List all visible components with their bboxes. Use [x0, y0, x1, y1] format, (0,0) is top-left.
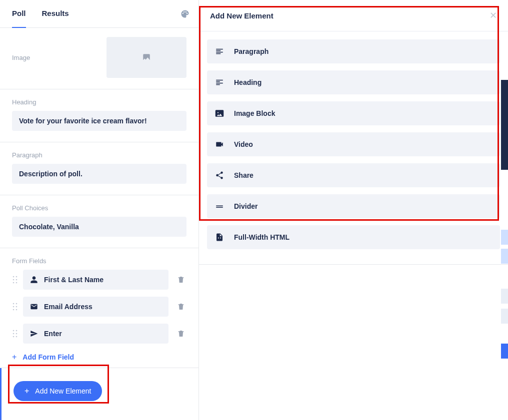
paragraph-value-box[interactable]: Description of poll. — [12, 164, 186, 184]
svg-point-15 — [16, 333, 18, 335]
form-field-pill[interactable]: Enter — [23, 324, 168, 344]
envelope-icon — [30, 303, 38, 311]
svg-point-10 — [13, 309, 14, 311]
trash-icon[interactable] — [176, 303, 186, 311]
heading-value: Vote for your favorite ice cream flavor! — [19, 117, 147, 125]
divider-icon — [215, 202, 224, 211]
svg-point-7 — [16, 303, 18, 305]
form-field-row: First & Last Name — [12, 270, 186, 290]
svg-point-9 — [16, 306, 18, 308]
element-option-label: Video — [234, 140, 253, 148]
add-new-element-label: Add New Element — [35, 387, 91, 395]
right-panel: Add New Element ✕ Paragraph Heading Imag… — [199, 0, 508, 420]
svg-point-1 — [16, 276, 18, 278]
element-option[interactable]: Divider — [207, 194, 500, 218]
svg-point-17 — [16, 336, 18, 338]
form-field-pill[interactable]: First & Last Name — [23, 270, 168, 290]
add-element-modal: Add New Element ✕ Paragraph Heading Imag… — [199, 0, 508, 265]
person-icon — [30, 276, 38, 284]
section-image: Image — [0, 28, 198, 89]
drag-handle-icon[interactable] — [12, 303, 18, 311]
poll-choices-value: Chocolate, Vanilla — [19, 223, 79, 231]
form-field-label: Email Address — [44, 303, 92, 311]
left-editor-panel: Poll Results Image Heading Vote for your… — [0, 0, 199, 420]
section-label-image: Image — [12, 54, 30, 61]
element-option[interactable]: Image Block — [207, 101, 500, 125]
element-option[interactable]: Paragraph — [207, 39, 500, 63]
video-icon — [215, 140, 224, 149]
svg-point-4 — [13, 282, 14, 284]
trash-icon[interactable] — [176, 330, 186, 338]
tab-results[interactable]: Results — [42, 0, 69, 28]
element-option-label: Image Block — [234, 109, 275, 117]
form-field-row: Enter — [12, 324, 186, 344]
tabs-row: Poll Results — [0, 0, 198, 28]
svg-point-2 — [13, 279, 14, 281]
tab-results-label: Results — [42, 9, 69, 17]
element-option-label: Divider — [234, 202, 258, 210]
svg-point-13 — [16, 330, 18, 332]
section-paragraph: Paragraph Description of poll. — [0, 142, 198, 195]
paragraph-value: Description of poll. — [19, 170, 82, 178]
send-icon — [30, 330, 38, 338]
add-element-section: + Add New Element — [0, 368, 198, 420]
element-list: Paragraph Heading Image Block Video Shar… — [199, 31, 508, 264]
element-option[interactable]: Heading — [207, 70, 500, 94]
add-form-field-link[interactable]: + Add Form Field — [12, 353, 74, 362]
form-field-label: Enter — [44, 330, 62, 338]
svg-point-0 — [13, 276, 14, 278]
section-label-paragraph: Paragraph — [12, 151, 186, 159]
section-label-heading: Heading — [12, 98, 186, 106]
section-poll-choices: Poll Choices Chocolate, Vanilla — [0, 195, 198, 248]
html-icon — [215, 233, 224, 242]
element-option-label: Share — [234, 171, 254, 179]
heading-align-icon — [215, 78, 224, 87]
svg-point-6 — [13, 303, 14, 305]
element-option-label: Paragraph — [234, 47, 268, 55]
svg-point-11 — [16, 309, 18, 311]
preview-edge — [499, 0, 508, 420]
image-placeholder[interactable] — [106, 37, 186, 78]
svg-point-14 — [13, 333, 14, 335]
trash-icon[interactable] — [176, 276, 186, 284]
close-icon[interactable]: ✕ — [490, 10, 497, 21]
form-field-label: First & Last Name — [44, 276, 104, 284]
element-option[interactable]: Share — [207, 163, 500, 187]
svg-point-5 — [16, 282, 18, 284]
plus-icon: + — [12, 353, 16, 362]
palette-icon[interactable] — [180, 9, 190, 18]
tab-poll-label: Poll — [12, 9, 26, 17]
modal-header: Add New Element ✕ — [199, 0, 508, 31]
form-field-row: Email Address — [12, 297, 186, 317]
image-icon — [142, 53, 151, 62]
heading-value-box[interactable]: Vote for your favorite ice cream flavor! — [12, 111, 186, 131]
element-option-label: Heading — [234, 78, 262, 86]
section-form-fields: Form Fields First & Last Name Email Addr… — [0, 248, 198, 368]
add-new-element-button[interactable]: + Add New Element — [14, 381, 102, 401]
add-form-field-label: Add Form Field — [22, 353, 74, 361]
plus-icon: + — [24, 387, 29, 396]
section-label-form-fields: Form Fields — [12, 257, 186, 265]
paragraph-align-icon — [215, 47, 224, 56]
svg-point-16 — [13, 336, 14, 338]
drag-handle-icon[interactable] — [12, 330, 18, 338]
modal-title: Add New Element — [210, 11, 274, 20]
drag-handle-icon[interactable] — [12, 276, 18, 284]
section-label-poll-choices: Poll Choices — [12, 204, 186, 212]
svg-point-3 — [16, 279, 18, 281]
svg-point-8 — [13, 306, 14, 308]
poll-choices-value-box[interactable]: Chocolate, Vanilla — [12, 217, 186, 237]
element-option[interactable]: Full-Width HTML — [207, 225, 500, 249]
element-option-label: Full-Width HTML — [234, 233, 290, 241]
section-heading: Heading Vote for your favorite ice cream… — [0, 89, 198, 142]
element-option[interactable]: Video — [207, 132, 500, 156]
image-icon — [215, 109, 224, 118]
svg-point-12 — [13, 330, 14, 332]
form-field-pill[interactable]: Email Address — [23, 297, 168, 317]
tab-poll[interactable]: Poll — [12, 0, 26, 28]
share-icon — [215, 171, 224, 180]
